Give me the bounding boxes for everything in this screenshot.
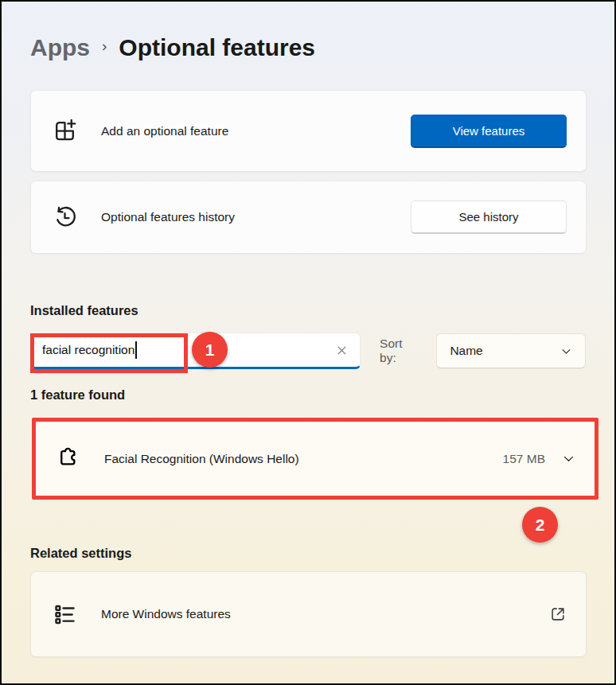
related-settings-heading: Related settings (30, 544, 586, 562)
sort-by-label: Sort by: (380, 337, 422, 365)
annotation-box-1 (30, 333, 188, 373)
installed-features-heading: Installed features (30, 302, 586, 319)
feature-size: 157 MB (503, 452, 545, 466)
sort-dropdown-value: Name (450, 344, 482, 358)
view-features-button[interactable]: View features (411, 115, 567, 148)
list-icon (52, 601, 78, 628)
apps-add-icon (52, 118, 78, 144)
more-windows-features-card[interactable]: More Windows features (30, 571, 587, 657)
chevron-down-icon[interactable] (562, 452, 575, 465)
more-windows-features-label: More Windows features (101, 607, 231, 621)
breadcrumb-separator-icon: › (102, 30, 107, 62)
sort-dropdown[interactable]: Name (436, 333, 586, 368)
see-history-button[interactable]: See history (411, 200, 567, 234)
history-label: Optional features history (101, 210, 235, 224)
clear-icon[interactable] (335, 344, 349, 357)
annotation-step-2: 2 (522, 507, 558, 543)
page-title: Optional features (119, 32, 315, 64)
puzzle-icon (55, 444, 81, 473)
annotation-box-2: Facial Recognition (Windows Hello) 157 M… (32, 418, 598, 500)
history-icon (52, 204, 78, 231)
features-history-card: Optional features history See history (30, 181, 587, 254)
add-feature-label: Add an optional feature (101, 124, 228, 138)
external-link-icon (549, 605, 567, 623)
settings-window: Apps › Optional features Add an optional… (0, 0, 616, 685)
breadcrumb-apps[interactable]: Apps (30, 32, 90, 64)
feature-name: Facial Recognition (Windows Hello) (104, 452, 299, 466)
add-optional-feature-card: Add an optional feature View features (30, 90, 587, 172)
chevron-down-icon (560, 345, 572, 357)
annotation-step-1: 1 (192, 332, 228, 368)
breadcrumb: Apps › Optional features (30, 32, 586, 64)
result-count: 1 feature found (30, 386, 586, 403)
feature-row[interactable]: Facial Recognition (Windows Hello) 157 M… (36, 422, 595, 496)
